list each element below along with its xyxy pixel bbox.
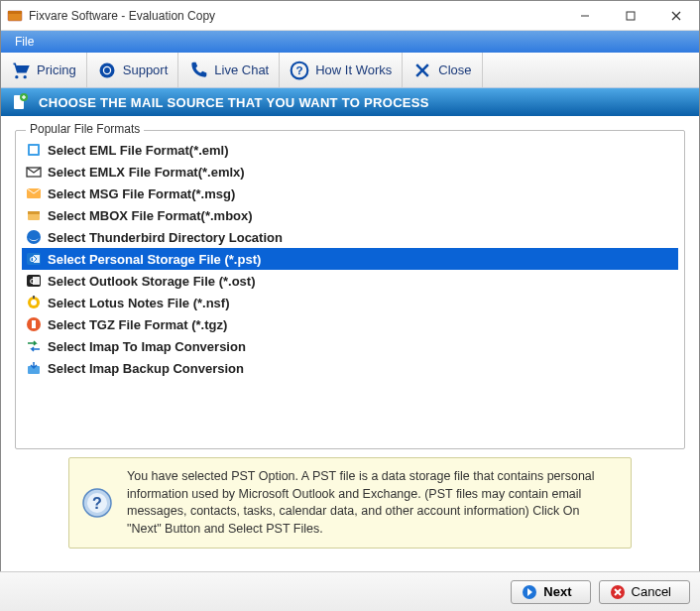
formats-group: Popular File Formats Select EML File For… <box>15 130 685 449</box>
arrow-right-icon <box>522 584 537 600</box>
toolbar-how-it-works-label: How It Works <box>315 62 392 77</box>
format-row[interactable]: Select MSG File Format(*.msg) <box>22 183 678 204</box>
toolbar-support-label: Support <box>123 62 169 77</box>
question-icon: ? <box>290 61 309 80</box>
imap-convert-icon <box>26 338 42 354</box>
format-row[interactable]: Select Lotus Notes File (*.nsf) <box>22 292 678 313</box>
window-titlebar: Fixvare Software - Evaluation Copy <box>1 1 699 31</box>
format-row[interactable]: Select Imap Backup Conversion <box>22 357 678 379</box>
svg-rect-22 <box>28 211 40 214</box>
nsf-icon <box>26 295 42 310</box>
format-row-label: Select Outlook Storage File (*.ost) <box>48 274 255 289</box>
svg-text:O: O <box>30 256 36 263</box>
support-icon <box>97 61 117 80</box>
format-row-label: Select EMLX File Format(*.emlx) <box>48 165 245 180</box>
close-window-button[interactable] <box>653 1 699 31</box>
format-row-label: Select Personal Storage File (*.pst) <box>48 252 261 267</box>
close-icon <box>412 61 432 80</box>
next-button-label: Next <box>543 584 571 599</box>
svg-rect-3 <box>627 12 635 20</box>
format-row-label: Select TGZ File Format (*.tgz) <box>48 317 227 332</box>
toolbar-how-it-works[interactable]: ? How It Works <box>280 53 403 87</box>
svg-point-31 <box>31 300 37 306</box>
emlx-icon <box>26 164 42 180</box>
cart-icon <box>11 61 31 80</box>
mbox-icon <box>26 207 42 223</box>
content-area: Popular File Formats Select EML File For… <box>1 116 699 552</box>
minimize-button[interactable] <box>562 1 608 31</box>
thunderbird-icon <box>26 229 42 245</box>
format-row[interactable]: Select Thunderbird Directory Location <box>22 226 678 248</box>
imap-backup-icon <box>26 360 42 376</box>
format-row-label: Select Thunderbird Directory Location <box>48 230 283 245</box>
format-row-label: Select MBOX File Format(*.mbox) <box>48 208 253 223</box>
format-row-label: Select Imap To Imap Conversion <box>48 339 246 354</box>
toolbar-support[interactable]: Support <box>87 53 179 87</box>
toolbar-live-chat[interactable]: Live Chat <box>178 53 280 87</box>
cancel-button-label: Cancel <box>632 584 671 599</box>
toolbar-close-label: Close <box>438 62 471 77</box>
phone-icon <box>188 61 208 80</box>
help-icon: ? <box>81 487 113 519</box>
format-row[interactable]: Select MBOX File Format(*.mbox) <box>22 204 678 226</box>
svg-point-8 <box>104 67 110 73</box>
formats-legend: Popular File Formats <box>26 122 144 136</box>
format-row[interactable]: Select Imap To Imap Conversion <box>22 335 678 357</box>
svg-text:?: ? <box>296 63 303 76</box>
footer: Next Cancel <box>0 571 700 611</box>
svg-rect-32 <box>33 296 35 299</box>
maximize-button[interactable] <box>608 1 653 31</box>
format-row[interactable]: Select TGZ File Format (*.tgz) <box>22 313 678 335</box>
format-row[interactable]: Select EML File Format(*.eml) <box>22 139 678 161</box>
svg-rect-34 <box>32 320 36 328</box>
info-text: You have selected PST Option. A PST file… <box>127 468 615 538</box>
ost-icon: O <box>26 273 42 289</box>
window-title: Fixvare Software - Evaluation Copy <box>29 9 562 23</box>
next-button[interactable]: Next <box>511 580 590 604</box>
svg-point-23 <box>27 230 41 244</box>
toolbar-pricing-label: Pricing <box>37 62 76 77</box>
toolbar: Pricing Support Live Chat ? How It Works… <box>1 53 699 88</box>
menubar: File <box>1 31 699 53</box>
formats-list: Select EML File Format(*.eml)Select EMLX… <box>20 137 680 381</box>
format-row-label: Select EML File Format(*.eml) <box>48 143 229 158</box>
document-plus-icon <box>11 93 29 111</box>
cancel-icon <box>610 584 626 600</box>
toolbar-close[interactable]: Close <box>403 53 482 87</box>
format-row-label: Select MSG File Format(*.msg) <box>48 186 235 201</box>
svg-rect-18 <box>30 146 38 154</box>
info-panel: ? You have selected PST Option. A PST fi… <box>68 457 632 549</box>
format-row[interactable]: OSelect Outlook Storage File (*.ost) <box>22 270 678 292</box>
pst-icon: O <box>26 251 42 267</box>
app-icon <box>7 8 23 24</box>
menu-file[interactable]: File <box>7 33 42 51</box>
toolbar-live-chat-label: Live Chat <box>214 62 269 77</box>
toolbar-pricing[interactable]: Pricing <box>1 53 87 87</box>
format-row[interactable]: OSelect Personal Storage File (*.pst) <box>22 248 678 270</box>
cancel-button[interactable]: Cancel <box>599 580 690 604</box>
eml-icon <box>26 142 42 158</box>
step-banner: CHOOSE THE MAIL SOURCE THAT YOU WANT TO … <box>1 88 699 116</box>
msg-icon <box>26 185 42 201</box>
banner-text: CHOOSE THE MAIL SOURCE THAT YOU WANT TO … <box>39 95 429 110</box>
svg-text:?: ? <box>92 495 102 512</box>
format-row-label: Select Lotus Notes File (*.nsf) <box>48 296 229 310</box>
svg-rect-1 <box>8 11 22 14</box>
svg-text:O: O <box>30 278 36 285</box>
window-buttons <box>562 1 699 31</box>
tgz-icon <box>26 316 42 332</box>
format-row-label: Select Imap Backup Conversion <box>48 361 244 376</box>
format-row[interactable]: Select EMLX File Format(*.emlx) <box>22 161 678 183</box>
